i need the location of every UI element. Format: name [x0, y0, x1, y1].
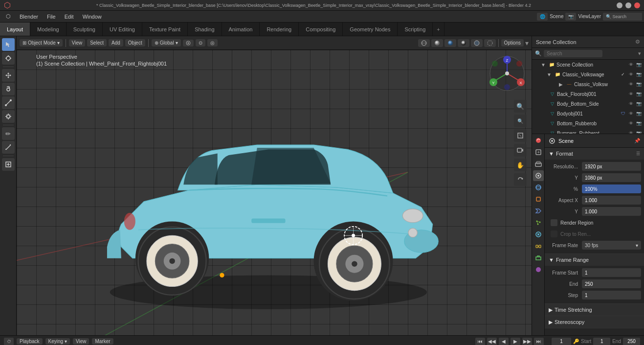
resolution-pct-value[interactable]: 100%	[582, 184, 641, 193]
minimize-button[interactable]	[617, 2, 622, 8]
next-frame-btn[interactable]: ▶▶	[522, 338, 532, 345]
marker-menu[interactable]: Marker	[92, 338, 113, 345]
render-visibility-icon[interactable]: 📷	[635, 61, 642, 68]
jump-end-btn[interactable]: ⏭	[534, 338, 544, 345]
tab-modeling[interactable]: Modeling	[30, 23, 67, 36]
props-tab-data[interactable]	[533, 253, 544, 263]
item1-vis[interactable]: 👁	[627, 81, 634, 88]
window-menu[interactable]: Edit	[61, 13, 78, 21]
edit-menu[interactable]: File	[43, 13, 60, 21]
tab-animation[interactable]: Animation	[222, 23, 260, 36]
viewport-shading-wire[interactable]	[418, 39, 430, 47]
close-button[interactable]	[634, 2, 640, 8]
play-btn[interactable]: ▶	[511, 338, 520, 345]
outliner-item-volkswagen[interactable]: ▼ 📁 Classic_Volkswage ✓ 👁 📷	[532, 69, 644, 79]
jump-start-btn[interactable]: ⏮	[475, 338, 485, 345]
prev-keyframe-btn[interactable]: ◀◀	[487, 338, 497, 345]
stereoscopy-header[interactable]: ▶ Stereoscopy	[545, 316, 644, 328]
resolution-y-value[interactable]: 1080 px	[582, 173, 641, 182]
end-value-display[interactable]: 250	[623, 338, 640, 345]
props-tab-output[interactable]	[533, 147, 544, 158]
props-tab-physics[interactable]	[533, 229, 544, 240]
current-frame-display[interactable]: 1	[552, 338, 571, 345]
add-cube-button[interactable]	[2, 158, 15, 171]
proportional-btn[interactable]: ⊙	[196, 39, 205, 46]
start-value-display[interactable]: 1	[593, 338, 610, 345]
filter-icon[interactable]: ▾	[638, 50, 641, 57]
frame-end-value[interactable]: 250	[582, 279, 641, 288]
annotate-tool-button[interactable]: ✏	[2, 127, 15, 140]
outliner-item-2[interactable]: ▽ Back_Floorobj001 👁 📷	[532, 89, 644, 99]
rotate-view-btn[interactable]	[514, 173, 527, 186]
pan-btn[interactable]: ✋	[514, 159, 527, 171]
props-tab-material[interactable]	[533, 264, 544, 275]
help-menu[interactable]: Window	[79, 13, 106, 21]
tab-geometry-nodes[interactable]: Geometry Nodes	[343, 23, 398, 36]
viewport-shading-render[interactable]	[458, 39, 469, 47]
resolution-x-value[interactable]: 1920 px	[582, 162, 641, 171]
props-tab-particles[interactable]	[533, 217, 544, 228]
measure-tool-button[interactable]	[2, 141, 15, 154]
view-menu-btn[interactable]: View	[69, 39, 86, 46]
tab-scripting[interactable]: Scripting	[398, 23, 433, 36]
snap-btn[interactable]	[183, 40, 194, 46]
select-menu-btn[interactable]: Select	[87, 39, 107, 46]
outliner-search-input[interactable]	[544, 50, 602, 57]
outliner-item-4[interactable]: ▽ Bodyobj001 🛡 👁 📷	[532, 109, 644, 118]
toggle-camera-btn[interactable]	[514, 144, 527, 157]
search-bar[interactable]: 🔍 Search	[603, 13, 642, 21]
rotate-tool-button[interactable]	[2, 83, 15, 95]
tab-layout[interactable]: Layout	[0, 23, 30, 36]
tab-sculpting[interactable]: Sculpting	[67, 23, 103, 36]
outliner-item-1[interactable]: ▶ — Classic_Volksw 👁 📷	[532, 79, 644, 89]
props-tab-constraints[interactable]	[533, 241, 544, 252]
window-controls[interactable]	[617, 2, 640, 8]
item6-vis[interactable]: 👁	[627, 130, 634, 134]
tab-add[interactable]: +	[433, 23, 444, 36]
zoom-out-btn[interactable]: 🔍	[514, 115, 527, 127]
object-menu-btn[interactable]: Object	[125, 39, 145, 46]
zoom-in-btn[interactable]: 🔍	[514, 100, 527, 113]
viewport-overlay-btn[interactable]	[471, 39, 483, 47]
select-tool-button[interactable]	[2, 38, 15, 51]
overlay-snap-btn[interactable]: ◎	[207, 39, 218, 46]
transform-mode-btn[interactable]: ⊕ Global ▾	[152, 39, 181, 46]
viewport-shading-material[interactable]	[444, 39, 456, 47]
item1-cam[interactable]: 📷	[635, 81, 642, 88]
crop-render-checkbox[interactable]	[551, 230, 557, 237]
props-tab-render[interactable]	[533, 135, 544, 146]
tab-compositing[interactable]: Compositing	[299, 23, 343, 36]
props-tab-scene[interactable]	[533, 170, 544, 181]
viewport-xray-btn[interactable]	[484, 39, 496, 47]
props-pin-icon[interactable]: 📌	[634, 138, 640, 143]
outliner-item-3[interactable]: ▽ Body_Bottom_Side 👁 📷	[532, 99, 644, 109]
blender-menu[interactable]: ⬡	[2, 12, 15, 21]
options-btn[interactable]: Options	[501, 39, 524, 46]
frame-range-section-header[interactable]: ▼ Frame Range	[545, 254, 644, 266]
props-tab-world[interactable]	[533, 182, 544, 193]
cursor-tool-button[interactable]	[2, 52, 15, 65]
move-tool-button[interactable]	[2, 69, 15, 82]
item6-cam[interactable]: 📷	[635, 130, 642, 134]
item-render-icon[interactable]: 👁	[627, 71, 634, 78]
view-mode-dropdown[interactable]: ⊞ Object Mode ▾	[20, 39, 63, 46]
tab-texture-paint[interactable]: Texture Paint	[142, 23, 188, 36]
props-tab-modifier[interactable]	[533, 206, 544, 216]
outliner-item-5[interactable]: ▽ Bottom_Rubberob 👁 📷	[532, 118, 644, 128]
aspect-x-value[interactable]: 1.000	[582, 196, 641, 205]
tab-rendering[interactable]: Rendering	[260, 23, 299, 36]
timeline-editor-icon[interactable]: ⏱	[4, 338, 14, 345]
tab-shading[interactable]: Shading	[188, 23, 222, 36]
viewport-shading-solid[interactable]	[431, 39, 443, 47]
outliner-item-6[interactable]: ▽ Bumpers_Rubberot 👁 📷	[532, 128, 644, 134]
props-tab-object[interactable]	[533, 194, 544, 205]
item2-vis[interactable]: 👁	[627, 91, 634, 97]
item3-vis[interactable]: 👁	[627, 100, 634, 107]
viewport[interactable]: ⊞ Object Mode ▾ View Select Add Object ⊕…	[17, 36, 532, 335]
maximize-button[interactable]	[625, 2, 631, 8]
keying-menu[interactable]: Keying ▾	[45, 338, 70, 345]
outliner-item-scene-root[interactable]: ▼ 📁 Scene Collection 👁 📷	[532, 60, 644, 69]
navigation-gizmo[interactable]: Z Y X	[488, 54, 527, 93]
frame-step-value[interactable]: 1	[582, 291, 641, 299]
item4-vis[interactable]: 👁	[627, 110, 634, 117]
